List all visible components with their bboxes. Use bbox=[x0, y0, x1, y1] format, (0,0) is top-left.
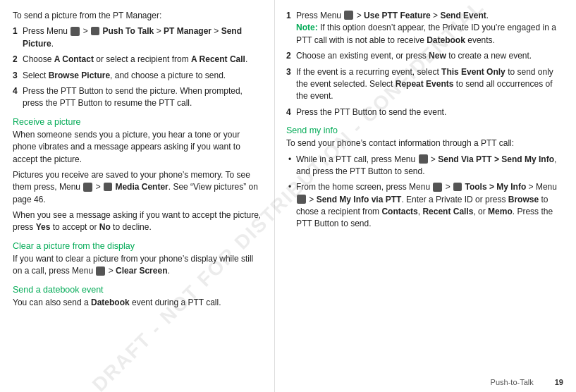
menu-icon-r1 bbox=[344, 11, 353, 20]
receive-picture-heading: Receive a picture bbox=[13, 117, 263, 127]
bullet-2: From the home screen, press Menu > Tools… bbox=[286, 181, 563, 231]
receive-p2: Pictures you receive are saved to your p… bbox=[13, 169, 263, 206]
send-my-info-bullets: While in a PTT call, press Menu > Send V… bbox=[286, 154, 563, 231]
right-step-4: 4 Press the PTT Button to send the event… bbox=[286, 106, 563, 118]
receive-p1: When someone sends you a picture, you he… bbox=[13, 129, 263, 166]
right-steps-list: 1 Press Menu > Use PTT Feature > Send Ev… bbox=[286, 10, 563, 118]
clear-picture-p: If you want to clear a picture from your… bbox=[13, 253, 263, 278]
datebook-p: You can also send a Datebook event durin… bbox=[13, 297, 263, 309]
datebook-heading: Send a datebook event bbox=[13, 285, 263, 295]
menu-icon-b1 bbox=[419, 154, 428, 164]
left-step-4: 4 Press the PTT Button to send the pictu… bbox=[13, 85, 263, 110]
receive-p3: When you see a message asking if you wan… bbox=[13, 209, 263, 234]
right-column: 1 Press Menu > Use PTT Feature > Send Ev… bbox=[275, 0, 576, 392]
clear-picture-heading: Clear a picture from the display bbox=[13, 241, 263, 251]
left-column: To send a picture from the PT Manager: 1… bbox=[0, 0, 275, 392]
push-to-talk-icon bbox=[91, 27, 99, 35]
tools-icon bbox=[453, 183, 462, 191]
menu-icon-2 bbox=[83, 183, 92, 192]
note-label: Note: bbox=[296, 23, 318, 32]
menu-icon bbox=[71, 27, 80, 36]
right-step-2: 2 Choose an existing event, or press New… bbox=[286, 50, 563, 62]
left-step-1: 1 Press Menu > Push To Talk > PT Manager… bbox=[13, 25, 263, 50]
page-container: To send a picture from the PT Manager: 1… bbox=[0, 0, 576, 392]
media-center-icon bbox=[104, 183, 112, 191]
left-steps-list: 1 Press Menu > Push To Talk > PT Manager… bbox=[13, 25, 263, 109]
menu-icon-3 bbox=[96, 267, 105, 276]
page-footer: Push-to-Talk 19 bbox=[491, 378, 563, 386]
right-step-1: 1 Press Menu > Use PTT Feature > Send Ev… bbox=[286, 10, 563, 47]
footer-page: 19 bbox=[555, 378, 563, 386]
left-intro: To send a picture from the PT Manager: bbox=[13, 10, 263, 22]
send-my-info-heading: Send my info bbox=[286, 125, 563, 135]
send-my-info-intro: To send your phone’s contact information… bbox=[286, 137, 563, 149]
menu-icon-b3 bbox=[297, 195, 306, 204]
left-step-3: 3 Select Browse Picture, and choose a pi… bbox=[13, 70, 263, 82]
menu-icon-b2 bbox=[433, 183, 442, 192]
left-step-2: 2 Choose A Contact or select a recipient… bbox=[13, 54, 263, 66]
footer-label: Push-to-Talk bbox=[491, 378, 534, 386]
bullet-1: While in a PTT call, press Menu > Send V… bbox=[286, 154, 563, 178]
right-step-3: 3 If the event is a recurring event, sel… bbox=[286, 66, 563, 103]
